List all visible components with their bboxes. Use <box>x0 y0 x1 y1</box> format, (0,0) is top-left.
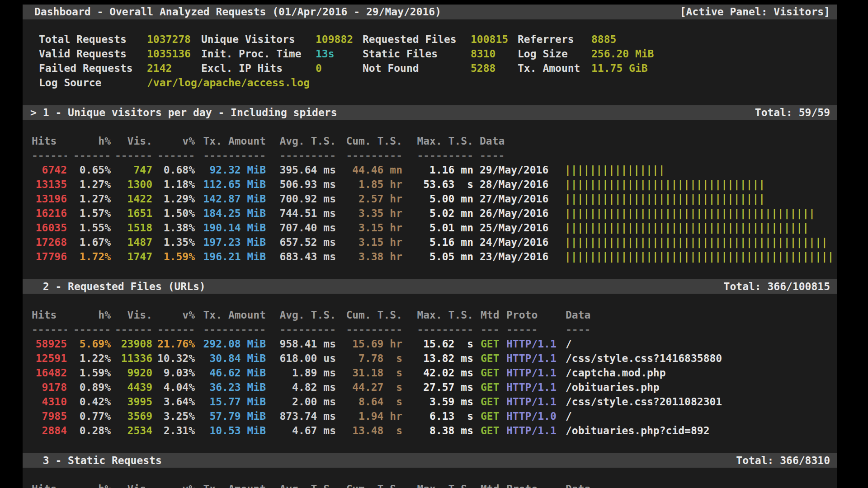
table-row[interactable]: 43100.42%39953.64%15.77 MiB2.00 ms8.64 s… <box>23 394 837 409</box>
cell-proto: HTTP/1.1 <box>500 337 558 351</box>
cell-tx: 92.32 MiB <box>195 163 266 177</box>
table-row[interactable]: 172681.67%14871.35%197.23 MiB657.52 ms3.… <box>23 235 837 249</box>
cell-proto: HTTP/1.1 <box>500 351 558 366</box>
table-row[interactable]: 91780.89%44394.04%36.23 MiB4.82 ms44.27 … <box>23 380 837 394</box>
cell-vis: 747 <box>111 163 152 177</box>
dashboard-title: Dashboard - Overall Analyzed Requests (0… <box>34 5 441 19</box>
panel-requested-files: 2 - Requested Files (URLs) Total: 366/10… <box>23 279 837 438</box>
panel-1-header-bar[interactable]: > 1 - Unique visitors per day - Includin… <box>23 105 837 120</box>
table-row[interactable]: 131961.27%14221.29%142.87 MiB700.92 ms2.… <box>23 192 837 206</box>
panel-2-total: Total: 366/100815 <box>724 279 830 294</box>
col-underline-hpct: ------ <box>67 148 111 163</box>
cell-vis: 11336 <box>111 351 152 366</box>
stat-value: 256.20 MiB <box>591 47 837 61</box>
col-underline-hits: ------ <box>32 322 67 337</box>
stat-label: Not Found <box>363 61 471 75</box>
col-underline-tx: ---------- <box>195 148 266 163</box>
cell-cum: 1.85 hr <box>336 177 402 192</box>
col-header-cum: Cum. T.S. <box>336 134 402 148</box>
stat-label: Referrers <box>518 32 591 47</box>
col-header-avg: Avg. T.S. <box>266 134 336 148</box>
summary-row: Valid Requests1035136Init. Proc. Time13s… <box>39 47 837 61</box>
cell-tx: 184.25 MiB <box>195 206 266 221</box>
cell-cum: 31.18 s <box>336 366 402 380</box>
cell-max: 3.59 ms <box>402 394 473 409</box>
col-header-hits: Hits <box>32 134 67 148</box>
panel-1-title: > 1 - Unique visitors per day - Includin… <box>30 105 337 120</box>
table-row[interactable]: 164821.59%99209.03%46.62 MiB1.89 ms31.18… <box>23 366 837 380</box>
col-header-max: Max. T.S. <box>402 482 473 488</box>
cell-mtd: GET <box>473 409 500 423</box>
table-row[interactable]: 28840.28%25342.31%10.53 MiB4.67 ms13.48 … <box>23 423 837 438</box>
col-header-max: Max. T.S. <box>402 134 473 148</box>
col-header-avg: Avg. T.S. <box>266 308 336 322</box>
cell-cum: 13.48 s <box>336 423 402 438</box>
cell-max: 1.16 mn <box>402 163 473 177</box>
table-row[interactable]: 131351.27%13001.18%112.65 MiB506.93 ms1.… <box>23 177 837 192</box>
cell-hpct: 0.65% <box>67 163 111 177</box>
cell-cum: 8.64 s <box>336 394 402 409</box>
table-row[interactable]: 125911.22%1133610.32%30.84 MiB618.00 us7… <box>23 351 837 366</box>
cell-data: 27/May/2016 <box>473 192 558 206</box>
panel-3-header-bar[interactable]: 3 - Static Requests Total: 366/8310 <box>23 453 837 468</box>
col-header-vpct: v% <box>152 308 195 322</box>
col-header-hpct: h% <box>67 308 111 322</box>
cell-cum: 7.78 s <box>336 351 402 366</box>
cell-hpct: 1.27% <box>67 192 111 206</box>
table-row[interactable]: 79850.77%35693.25%57.79 MiB873.74 ms1.94… <box>23 409 837 423</box>
cell-tx: 292.08 MiB <box>195 337 266 351</box>
panel-3-total: Total: 366/8310 <box>736 453 830 468</box>
cell-url: /css/style.css?2011082301 <box>558 394 837 409</box>
cell-proto: HTTP/1.1 <box>500 380 558 394</box>
cell-vis: 4439 <box>111 380 152 394</box>
cell-vis: 9920 <box>111 366 152 380</box>
panel-1-table: Hitsh%Vis.v%Tx. AmountAvg. T.S.Cum. T.S.… <box>23 134 837 264</box>
col-underline-vpct: ------ <box>152 322 195 337</box>
table-row[interactable]: 177961.72%17471.59%196.21 MiB683.43 ms3.… <box>23 249 837 264</box>
cell-vpct: 4.04% <box>152 380 195 394</box>
col-header-cum: Cum. T.S. <box>336 482 402 488</box>
col-header-tx: Tx. Amount <box>195 482 266 488</box>
stat-label: Tx. Amount <box>518 61 591 75</box>
stat-value: 1037278 <box>147 32 201 47</box>
cell-avg: 873.74 ms <box>266 409 336 423</box>
cell-vis: 1300 <box>111 177 152 192</box>
cell-cum: 15.69 hr <box>336 337 402 351</box>
cell-tx: 190.14 MiB <box>195 221 266 235</box>
col-underline-vpct: ------ <box>152 148 195 163</box>
stat-value: 8885 <box>591 32 837 47</box>
cell-url: /obituaries.php <box>558 380 837 394</box>
panel-2-table: Hitsh%Vis.v%Tx. AmountAvg. T.S.Cum. T.S.… <box>23 308 837 438</box>
col-header-hpct: h% <box>67 134 111 148</box>
col-underline-vis: ------ <box>111 322 152 337</box>
cell-vis: 2534 <box>111 423 152 438</box>
panel-2-header-bar[interactable]: 2 - Requested Files (URLs) Total: 366/10… <box>23 279 837 294</box>
table-row[interactable]: 162161.57%16511.50%184.25 MiB744.51 ms3.… <box>23 206 837 221</box>
cell-data: 24/May/2016 <box>473 235 558 249</box>
panel-1-total: Total: 59/59 <box>755 105 830 120</box>
table-row[interactable]: 589255.69%2390821.76%292.08 MiB958.41 ms… <box>23 337 837 351</box>
cell-hpct: 1.22% <box>67 351 111 366</box>
stat-value: 0 <box>316 61 363 75</box>
stat-value: 13s <box>316 47 363 61</box>
cell-tx: 36.23 MiB <box>195 380 266 394</box>
cell-mtd: GET <box>473 394 500 409</box>
column-header-row: Hitsh%Vis.v%Tx. AmountAvg. T.S.Cum. T.S.… <box>23 482 837 488</box>
cell-vpct: 2.31% <box>152 423 195 438</box>
table-row[interactable]: 160351.55%15181.38%190.14 MiB707.40 ms3.… <box>23 221 837 235</box>
cell-tx: 197.23 MiB <box>195 235 266 249</box>
col-underline-tx: ---------- <box>195 322 266 337</box>
col-underline-max: --------- <box>402 322 473 337</box>
col-header-data: Data <box>473 134 558 148</box>
cell-max: 5.16 mn <box>402 235 473 249</box>
cell-hits: 17796 <box>32 249 67 264</box>
cell-avg: 4.67 ms <box>266 423 336 438</box>
hits-bar: |||||||||||||||||||||||||||||||| <box>558 192 837 206</box>
cell-url: /css/style.css?1416835880 <box>558 351 837 366</box>
cell-max: 8.38 ms <box>402 423 473 438</box>
col-header-vpct: v% <box>152 134 195 148</box>
cell-hits: 16482 <box>32 366 67 380</box>
cell-vis: 1422 <box>111 192 152 206</box>
hits-bar: ||||||||||||||||||||||||||||||||||||||||… <box>558 249 837 264</box>
table-row[interactable]: 67420.65%7470.68%92.32 MiB395.64 ms44.46… <box>23 163 837 177</box>
